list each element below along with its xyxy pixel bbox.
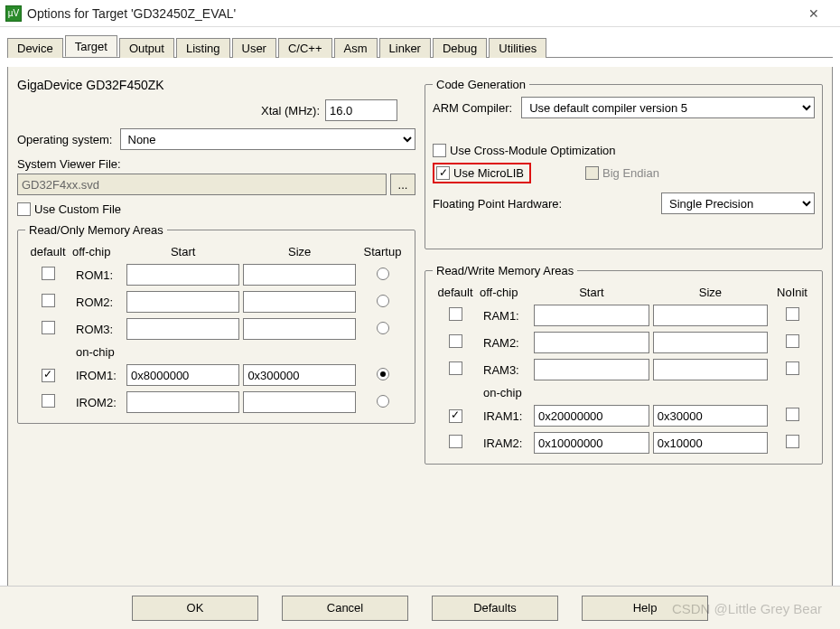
tab-debug[interactable]: Debug xyxy=(433,38,487,58)
ram1-start[interactable] xyxy=(534,305,649,326)
ram1-label: RAM1: xyxy=(478,302,532,329)
iram1-size[interactable] xyxy=(653,405,768,427)
xtal-label: Xtal (MHz): xyxy=(261,104,320,117)
defaults-button[interactable]: Defaults xyxy=(432,596,558,621)
ram2-label: RAM2: xyxy=(478,329,532,356)
cross-module-label: Use Cross-Module Optimization xyxy=(450,144,616,157)
svf-browse-button[interactable]: ... xyxy=(390,174,415,195)
device-name: GigaDevice GD32F450ZK xyxy=(17,78,415,92)
iram1-start[interactable] xyxy=(534,405,649,427)
irom2-size[interactable] xyxy=(243,391,356,413)
rom3-default-check[interactable] xyxy=(42,321,55,334)
big-endian-label: Big Endian xyxy=(602,166,659,180)
use-microlib-label: Use MicroLIB xyxy=(453,166,524,180)
rom2-default-check[interactable] xyxy=(42,294,55,307)
ram2-default-check[interactable] xyxy=(449,334,462,348)
os-select[interactable]: None xyxy=(120,128,416,150)
ram1-noinit-check[interactable] xyxy=(786,307,799,321)
iram1-label: IRAM1: xyxy=(478,402,532,429)
ram2-start[interactable] xyxy=(534,332,649,353)
rom1-label: ROM1: xyxy=(70,261,125,288)
cross-module-row[interactable]: Use Cross-Module Optimization xyxy=(433,144,815,157)
close-icon[interactable]: ✕ xyxy=(793,3,835,24)
rom1-startup-radio[interactable] xyxy=(377,268,389,280)
irom1-size[interactable] xyxy=(243,364,356,386)
help-button[interactable]: Help xyxy=(582,596,708,621)
rw-memory-table: default off-chip Start Size NoInit RAM1: xyxy=(433,283,815,456)
codegen-group: Code Generation ARM Compiler: Use defaul… xyxy=(425,78,823,249)
table-row: IRAM2: xyxy=(433,429,815,456)
rom3-start[interactable] xyxy=(126,318,239,340)
app-icon: µV xyxy=(5,5,22,22)
ram3-size[interactable] xyxy=(653,359,768,380)
rom1-size[interactable] xyxy=(243,264,356,286)
use-custom-file-check[interactable] xyxy=(17,202,31,216)
tab-ccpp[interactable]: C/C++ xyxy=(278,38,332,58)
irom1-label: IROM1: xyxy=(70,361,125,389)
rom1-default-check[interactable] xyxy=(42,267,55,280)
tab-listing[interactable]: Listing xyxy=(176,38,230,58)
ram1-size[interactable] xyxy=(653,305,768,326)
ram3-start[interactable] xyxy=(534,359,649,380)
iram2-size[interactable] xyxy=(653,432,768,454)
irom1-default-check[interactable] xyxy=(42,369,55,382)
iram1-noinit-check[interactable] xyxy=(786,408,799,421)
iram2-start[interactable] xyxy=(534,432,649,454)
irom2-label: IROM2: xyxy=(70,389,125,416)
iram2-default-check[interactable] xyxy=(449,435,462,448)
tab-asm[interactable]: Asm xyxy=(334,38,378,58)
iram1-default-check[interactable] xyxy=(449,409,462,423)
iram2-noinit-check[interactable] xyxy=(786,435,799,448)
use-custom-file-row[interactable]: Use Custom File xyxy=(17,202,415,216)
tab-linker[interactable]: Linker xyxy=(379,38,431,58)
rom2-startup-radio[interactable] xyxy=(377,295,389,307)
cross-module-check[interactable] xyxy=(433,144,446,157)
big-endian-row: Big Endian xyxy=(585,166,659,180)
ro-memory-table: default off-chip Start Size Startup ROM1… xyxy=(25,242,407,416)
codegen-legend: Code Generation xyxy=(433,78,529,91)
tab-target[interactable]: Target xyxy=(65,35,117,57)
ram1-default-check[interactable] xyxy=(449,307,462,321)
os-label: Operating system: xyxy=(17,133,113,146)
ram2-size[interactable] xyxy=(653,332,768,353)
rom2-start[interactable] xyxy=(126,291,239,313)
ram3-default-check[interactable] xyxy=(449,361,462,375)
svf-label: System Viewer File: xyxy=(17,157,415,171)
fph-select[interactable]: Single Precision xyxy=(661,192,815,214)
table-row: ROM2: xyxy=(25,288,407,315)
use-custom-file-label: Use Custom File xyxy=(34,202,121,216)
ro-memory-group: Read/Only Memory Areas default off-chip … xyxy=(17,223,415,424)
ram3-label: RAM3: xyxy=(478,356,532,383)
use-microlib-check[interactable] xyxy=(436,166,450,180)
table-row: ROM3: xyxy=(25,315,407,343)
irom1-startup-radio[interactable] xyxy=(377,368,389,380)
ro-memory-legend: Read/Only Memory Areas xyxy=(25,223,167,237)
irom2-start[interactable] xyxy=(126,391,239,413)
tab-utilities[interactable]: Utilities xyxy=(489,38,546,58)
table-row: IRAM1: xyxy=(433,402,815,429)
rom2-label: ROM2: xyxy=(70,288,125,315)
xtal-input[interactable] xyxy=(325,99,397,121)
rom3-label: ROM3: xyxy=(70,315,125,343)
irom2-default-check[interactable] xyxy=(42,394,55,408)
tab-output[interactable]: Output xyxy=(119,38,174,58)
ram2-noinit-check[interactable] xyxy=(786,334,799,348)
ram3-noinit-check[interactable] xyxy=(786,361,799,375)
rom3-startup-radio[interactable] xyxy=(377,322,389,334)
tab-device[interactable]: Device xyxy=(7,38,63,58)
cancel-button[interactable]: Cancel xyxy=(282,596,408,621)
table-row: IROM1: xyxy=(25,361,407,389)
rw-memory-group: Read/Write Memory Areas default off-chip… xyxy=(425,264,823,465)
ok-button[interactable]: OK xyxy=(132,596,258,621)
irom2-startup-radio[interactable] xyxy=(377,395,389,408)
rom3-size[interactable] xyxy=(243,318,356,340)
table-row: RAM1: xyxy=(433,302,815,329)
arm-compiler-select[interactable]: Use default compiler version 5 xyxy=(521,97,815,118)
use-microlib-row[interactable]: Use MicroLIB xyxy=(436,166,524,180)
rom1-start[interactable] xyxy=(126,264,239,286)
irom1-start[interactable] xyxy=(126,364,239,386)
rom2-size[interactable] xyxy=(243,291,356,313)
table-row: ROM1: xyxy=(25,261,407,288)
tab-user[interactable]: User xyxy=(232,38,276,58)
arm-compiler-label: ARM Compiler: xyxy=(433,101,512,115)
